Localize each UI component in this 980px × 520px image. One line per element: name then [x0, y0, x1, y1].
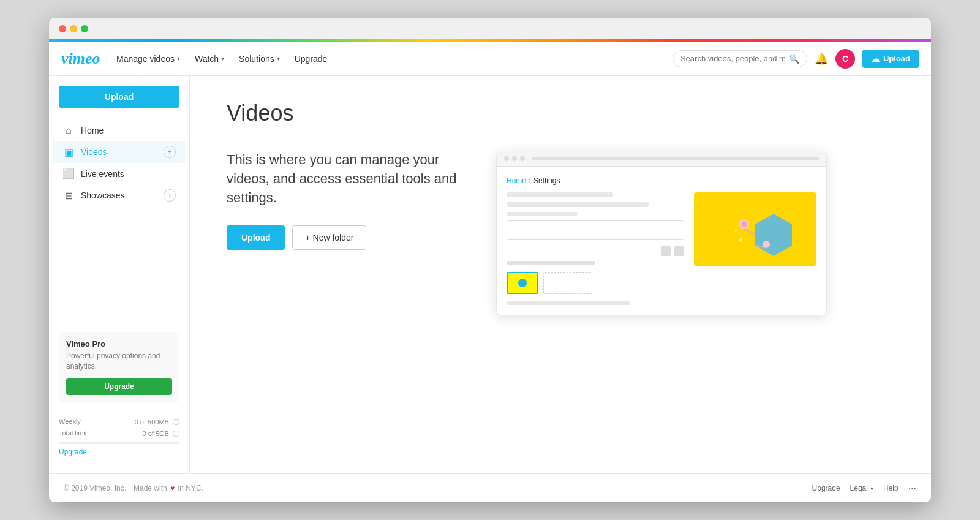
avatar[interactable]: C	[835, 49, 855, 69]
preview-illustration: Home › Settings	[496, 151, 827, 315]
preview-window: Home › Settings	[496, 151, 827, 315]
showcase-icon: ⊟	[62, 190, 75, 202]
preview-action-bar	[507, 261, 595, 265]
sidebar-footer: Weekly 0 of 500MB ⓘ Total limit 0 of 5GB…	[49, 410, 189, 464]
promo-title: Vimeo Pro	[66, 339, 172, 349]
preview-field-bar	[507, 192, 613, 197]
footer-more-button[interactable]: ···	[908, 483, 916, 494]
scene-svg	[694, 192, 816, 266]
preview-body: Home › Settings	[497, 167, 826, 315]
nav-item-watch[interactable]: Watch ▾	[189, 50, 230, 67]
storage-bar	[59, 442, 179, 444]
new-folder-button[interactable]: + New folder	[292, 225, 366, 250]
preview-video-thumbnail	[694, 192, 816, 266]
weekly-value: 0 of 500MB ⓘ	[135, 418, 179, 427]
svg-text:vimeo: vimeo	[61, 50, 100, 67]
preview-icons-right	[661, 246, 684, 256]
search-box[interactable]: 🔍	[673, 50, 807, 67]
footer-help-link[interactable]: Help	[883, 484, 899, 492]
page-footer: © 2019 Vimeo, Inc. Made with ♥ in NYC. U…	[49, 473, 931, 502]
info-icon: ⓘ	[173, 418, 179, 426]
sidebar-item-home[interactable]: ⌂ Home	[53, 120, 186, 141]
main-content: Videos This is where you can manage your…	[190, 76, 931, 473]
footer-left: © 2019 Vimeo, Inc. Made with ♥ in NYC.	[64, 484, 203, 492]
preview-form	[507, 192, 684, 294]
browser-chrome	[49, 18, 931, 39]
preview-dot	[520, 156, 525, 161]
nav-bar: vimeo Manage videos ▾ Watch ▾ Solutions …	[49, 42, 931, 76]
total-label: Total limit	[59, 429, 87, 439]
preview-dot	[512, 156, 517, 161]
chevron-icon: ▾	[870, 485, 873, 492]
sidebar-label-showcases: Showcases	[81, 190, 157, 200]
preview-thumb-empty	[543, 272, 592, 294]
sidebar-label-live: Live events	[81, 169, 176, 179]
page-title: Videos	[227, 100, 894, 126]
nav-items: Manage videos ▾ Watch ▾ Solutions ▾ Upgr…	[110, 50, 673, 67]
action-buttons: Upload + New folder	[227, 225, 459, 250]
preview-thumb-selected	[507, 272, 538, 294]
vimeo-logo[interactable]: vimeo	[61, 50, 110, 67]
nav-right: 🔍 🔔 C ☁ Upload	[673, 49, 919, 69]
chevron-icon: ▾	[277, 55, 280, 62]
svg-point-7	[739, 238, 742, 242]
footer-copyright: © 2019 Vimeo, Inc.	[64, 484, 126, 492]
preview-chrome	[497, 151, 826, 167]
footer-upgrade-link[interactable]: Upgrade	[812, 484, 840, 492]
sidebar-item-videos[interactable]: ▣ Videos +	[53, 141, 186, 163]
sidebar: Upload ⌂ Home ▣ Videos + ⬜ Live events ⊟	[49, 76, 190, 473]
storage-row-weekly: Weekly 0 of 500MB ⓘ	[59, 418, 179, 427]
sidebar-nav: ⌂ Home ▣ Videos + ⬜ Live events ⊟ Showca…	[49, 120, 189, 325]
sidebar-item-showcases[interactable]: ⊟ Showcases +	[53, 184, 186, 206]
bell-icon[interactable]: 🔔	[815, 52, 828, 66]
preview-thumbnails	[507, 272, 684, 294]
upload-button-nav[interactable]: ☁ Upload	[862, 50, 919, 68]
nav-item-upgrade[interactable]: Upgrade	[288, 50, 334, 67]
sidebar-label-videos: Videos	[81, 147, 157, 157]
sidebar-label-home: Home	[81, 126, 176, 135]
promo-description: Powerful privacy options and analytics.	[66, 351, 172, 372]
browser-window: vimeo Manage videos ▾ Watch ▾ Solutions …	[49, 18, 931, 502]
home-icon: ⌂	[62, 125, 75, 136]
preview-url-bar	[532, 157, 819, 160]
chevron-icon: ▾	[221, 55, 224, 62]
upgrade-link[interactable]: Upgrade	[59, 448, 87, 456]
svg-line-4	[744, 229, 755, 235]
storage-row-total: Total limit 0 of 5GB ⓘ	[59, 429, 179, 439]
sidebar-item-live-events[interactable]: ⬜ Live events	[53, 163, 186, 184]
nav-item-manage-videos[interactable]: Manage videos ▾	[110, 50, 186, 67]
footer-right: Upgrade Legal ▾ Help ···	[812, 483, 916, 494]
search-icon: 🔍	[789, 54, 799, 64]
preview-icon	[674, 246, 684, 256]
dot-red[interactable]	[59, 25, 66, 32]
preview-footer-bar	[507, 301, 630, 305]
chevron-icon: ▾	[177, 55, 180, 62]
breadcrumb: Home › Settings	[507, 176, 816, 185]
breadcrumb-home: Home	[507, 176, 526, 185]
dot-yellow[interactable]	[70, 25, 77, 32]
svg-point-8	[734, 229, 737, 232]
footer-legal-link[interactable]: Legal ▾	[850, 484, 873, 492]
video-icon: ▣	[62, 146, 75, 158]
preview-input-box	[507, 220, 684, 240]
nav-item-solutions[interactable]: Solutions ▾	[233, 50, 286, 67]
breadcrumb-current: Settings	[533, 176, 560, 185]
upload-cta-button[interactable]: Upload	[227, 225, 285, 250]
add-showcase-button[interactable]: +	[164, 189, 176, 202]
add-video-button[interactable]: +	[164, 146, 176, 158]
browser-dots	[59, 25, 921, 32]
search-input[interactable]	[680, 54, 785, 63]
preview-field-bar	[507, 212, 578, 216]
empty-message: This is where you can manage your videos…	[227, 151, 459, 207]
dot-green[interactable]	[81, 25, 88, 32]
promo-upgrade-button[interactable]: Upgrade	[66, 378, 172, 395]
weekly-label: Weekly	[59, 418, 81, 427]
preview-icon	[661, 246, 671, 256]
total-value: 0 of 5GB ⓘ	[143, 429, 179, 439]
svg-marker-1	[755, 214, 792, 256]
svg-point-3	[741, 221, 747, 227]
content-layout: This is where you can manage your videos…	[227, 151, 894, 315]
sidebar-upload-button[interactable]: Upload	[59, 86, 179, 108]
upload-icon: ☁	[871, 54, 880, 64]
preview-field-bar	[507, 202, 649, 207]
